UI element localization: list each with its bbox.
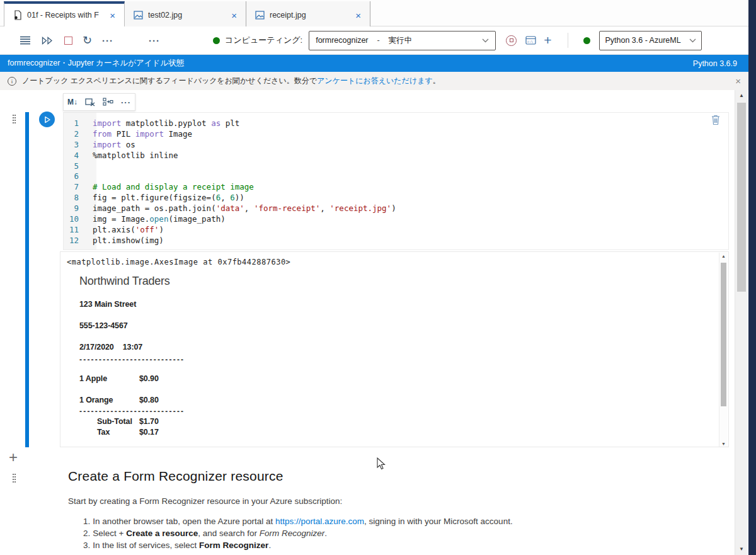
cell-selection-bar	[25, 112, 29, 447]
compute-dropdown[interactable]: formrecognizer - 実行中	[309, 31, 496, 50]
kernel-name: Python 3.6 - AzureML	[605, 36, 680, 45]
compute-name: formrecognizer	[316, 36, 368, 45]
kernel-status-dot	[583, 37, 590, 44]
receipt-subtotal: Sub-Total$1.70	[79, 417, 159, 426]
more-options-icon[interactable]: ···	[102, 31, 113, 49]
cell-drag-handle[interactable]	[13, 115, 20, 125]
chevron-down-icon	[482, 38, 489, 43]
kernel-dropdown[interactable]: Python 3.6 - AzureML	[599, 31, 702, 50]
output-repr-text: <matplotlib.image.AxesImage at 0x7fb4428…	[67, 258, 290, 266]
info-icon: i	[8, 77, 16, 86]
delete-cell-icon[interactable]	[711, 114, 721, 125]
tab-label: receipt.jpg	[270, 11, 348, 20]
svg-text:c:\: c:\	[527, 40, 533, 43]
stop-icon[interactable]	[64, 31, 72, 49]
cell-hover-toolbar: M↓ ···	[63, 93, 135, 111]
toolbar-divider	[568, 33, 568, 48]
receipt-address: 123 Main Street	[79, 300, 136, 309]
tab-test02[interactable]: test02.jpg ×	[125, 1, 246, 26]
play-icon	[43, 116, 51, 123]
stop-compute-icon[interactable]	[506, 31, 517, 49]
more-options-secondary-icon[interactable]: ···	[149, 31, 160, 49]
chevron-down-icon	[689, 38, 696, 43]
clear-output-icon[interactable]	[85, 98, 95, 106]
page-scrollbar[interactable]: ▲ ▼	[735, 90, 747, 555]
tab-notebook[interactable]: 01f - Receipts with F ×	[4, 1, 125, 26]
compute-dash: -	[377, 36, 380, 45]
tab-close-icon[interactable]: ×	[107, 10, 118, 21]
window-edge-strip	[748, 0, 756, 555]
terminal-icon[interactable]: c:\	[525, 31, 536, 49]
cell-more-options-icon[interactable]: ···	[121, 98, 131, 107]
kernel-version-text: Python 3.6.9	[693, 59, 737, 68]
feedback-message: ノートブック エクスペリエンスに関するフィードバックをお聞かせください。数分で	[22, 76, 317, 86]
output-scrollbar[interactable]: ▲ ▼	[719, 253, 728, 447]
receipt-store-name: Northwind Traders	[79, 275, 170, 288]
feedback-bar: i ノートブック エクスペリエンスに関するフィードバックをお聞かせください。数分…	[0, 72, 748, 90]
feedback-message-suffix: 。	[433, 76, 440, 86]
convert-to-markdown-icon[interactable]: M↓	[67, 98, 77, 106]
receipt-line-item: 1 Orange$0.80	[79, 396, 159, 404]
tab-close-icon[interactable]: ×	[229, 10, 239, 21]
kernel-status-text: formrecognizer・Jupyter カーネルがアイドル状態	[8, 58, 184, 69]
markdown-cell-drag-handle[interactable]	[13, 474, 20, 484]
markdown-intro: Start by creating a Form Recognizer reso…	[68, 496, 660, 506]
tab-label: test02.jpg	[148, 11, 224, 20]
notebook-file-icon	[13, 10, 22, 20]
add-cell-button[interactable]: +	[9, 449, 18, 466]
mouse-cursor	[377, 457, 386, 471]
tab-receipt[interactable]: receipt.jpg ×	[246, 1, 370, 26]
notebook-toolbar: ↻ ··· ··· コンピューティング: formrecognizer - 実行…	[0, 26, 748, 55]
image-file-icon	[134, 11, 143, 20]
receipt-divider: ---------------------------	[79, 355, 185, 364]
image-file-icon	[255, 11, 265, 20]
page-scrollbar-thumb[interactable]	[737, 103, 746, 292]
scroll-down-icon[interactable]: ▼	[735, 545, 748, 554]
receipt-tax: Tax$0.17	[79, 428, 159, 437]
notebook-menu-icon[interactable]	[20, 31, 30, 49]
receipt-phone: 555-123-4567	[79, 321, 128, 330]
receipt-datetime: 2/17/202013:07	[79, 343, 142, 352]
move-cell-icon[interactable]	[103, 98, 113, 106]
scroll-up-icon[interactable]: ▲	[719, 254, 728, 258]
compute-label: コンピューティング:	[225, 35, 302, 46]
markdown-step: 3.In the list of services, select Form R…	[83, 539, 660, 551]
tab-label: 01f - Receipts with F	[27, 11, 102, 20]
receipt-line-item: 1 Apple$0.90	[79, 374, 159, 383]
markdown-heading: Create a Form Recognizer resource	[68, 469, 660, 484]
markdown-step: 2.Select + Create a resource, and search…	[83, 527, 660, 539]
cell-output: <matplotlib.image.AxesImage at 0x7fb4428…	[60, 251, 729, 447]
add-compute-icon[interactable]: +	[544, 31, 551, 49]
restart-kernel-icon[interactable]: ↻	[83, 31, 92, 49]
run-cell-button[interactable]	[39, 112, 55, 127]
azureml-notebook-window: 01f - Receipts with F × test02.jpg × rec…	[0, 0, 756, 555]
kernel-status-bar: formrecognizer・Jupyter カーネルがアイドル状態 Pytho…	[0, 55, 748, 72]
tab-strip: 01f - Receipts with F × test02.jpg × rec…	[0, 0, 748, 26]
azure-portal-link[interactable]: https://portal.azure.com	[275, 517, 364, 526]
compute-status: 実行中	[389, 35, 413, 46]
survey-link[interactable]: アンケートにお答えいただけます	[317, 76, 433, 86]
dismiss-feedback-icon[interactable]: ×	[735, 76, 741, 86]
receipt-divider: ---------------------------	[79, 407, 185, 416]
markdown-cell: Create a Form Recognizer resource Start …	[68, 469, 660, 551]
scroll-down-icon[interactable]: ▼	[719, 442, 728, 446]
markdown-step: 1.In another browser tab, open the Azure…	[83, 515, 660, 527]
output-scrollbar-thumb[interactable]	[721, 263, 726, 406]
scroll-up-icon[interactable]: ▲	[735, 91, 748, 100]
run-all-icon[interactable]	[42, 31, 53, 49]
code-editor[interactable]: 1import matplotlib.pyplot as plt2from PI…	[63, 112, 729, 250]
code-editor-lines: 1import matplotlib.pyplot as plt2from PI…	[64, 118, 728, 246]
compute-status-dot	[213, 37, 220, 44]
tab-close-icon[interactable]: ×	[353, 10, 364, 21]
